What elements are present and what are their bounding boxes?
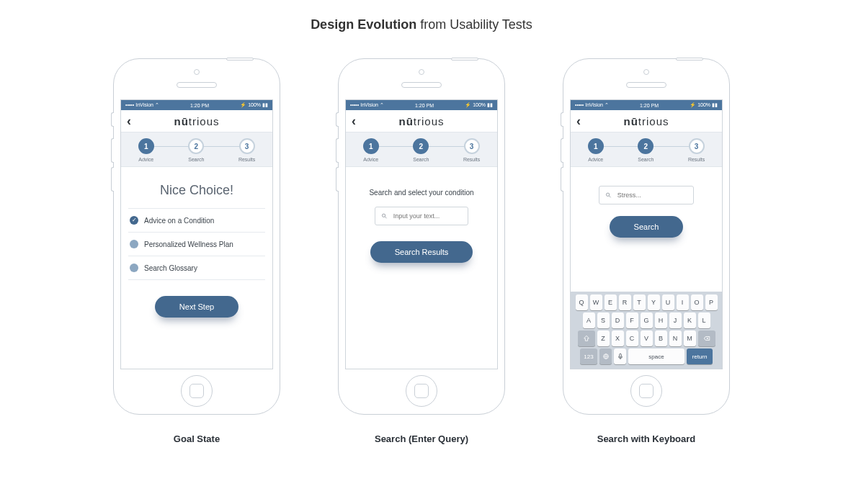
status-carrier: ••••• InVision ⌃ (125, 102, 159, 108)
key-k[interactable]: K (684, 312, 696, 328)
step-number: 3 (689, 138, 705, 154)
search-input[interactable] (616, 191, 687, 199)
key-s[interactable]: S (597, 312, 610, 328)
vol-down-outline (561, 167, 563, 192)
key-n[interactable]: N (669, 330, 682, 346)
space-key[interactable]: space (628, 348, 684, 364)
home-button-outline (406, 375, 437, 407)
next-step-button[interactable]: Next Step (155, 296, 238, 318)
key-w[interactable]: W (590, 294, 602, 310)
key-a[interactable]: A (583, 312, 595, 328)
radio-icon (130, 264, 138, 272)
step-advice[interactable]: 1 Advice (363, 138, 379, 162)
app-header: ‹ nūtrious (571, 110, 722, 132)
keyboard[interactable]: QWERTYUIOP ASDFGHJKL ZXCVBNM 123spaceret… (571, 292, 722, 369)
home-button-outline (630, 375, 662, 407)
page-title-bold: Design Evolution (311, 17, 416, 32)
status-battery: ⚡ 100% ▮▮ (465, 102, 493, 108)
earpiece-outline (177, 82, 217, 88)
numeric-key[interactable]: 123 (580, 348, 597, 364)
earpiece-outline (401, 82, 442, 88)
option-advice[interactable]: Advice on a Condition (128, 209, 265, 233)
key-p[interactable]: P (705, 294, 718, 310)
mute-switch-outline (111, 112, 114, 127)
mic-icon[interactable] (614, 348, 626, 364)
backspace-icon[interactable] (698, 330, 715, 346)
key-q[interactable]: Q (576, 294, 588, 310)
key-l[interactable]: L (698, 312, 710, 328)
option-glossary[interactable]: Search Glossary (128, 256, 265, 280)
back-chevron-icon[interactable]: ‹ (127, 114, 131, 127)
key-i[interactable]: I (677, 294, 689, 310)
phone-caption: Search (Enter Query) (338, 433, 505, 444)
step-search[interactable]: 2 Search (188, 138, 204, 162)
step-label: Advice (588, 157, 603, 162)
key-g[interactable]: G (641, 312, 653, 328)
key-f[interactable]: F (626, 312, 638, 328)
status-bar: ••••• InVision ⌃ 1:20 PM ⚡ 100% ▮▮ (346, 100, 497, 110)
check-icon (130, 216, 138, 225)
phone-search-query: ••••• InVision ⌃ 1:20 PM ⚡ 100% ▮▮ ‹ nūt… (338, 58, 505, 444)
key-j[interactable]: J (669, 312, 682, 328)
key-b[interactable]: B (655, 330, 667, 346)
key-r[interactable]: R (619, 294, 631, 310)
screen: ••••• InVision ⌃ 1:20 PM ⚡ 100% ▮▮ ‹ nūt… (570, 99, 723, 369)
app-header: ‹ nūtrious (346, 110, 497, 132)
status-time: 1:20 PM (609, 103, 690, 108)
key-e[interactable]: E (605, 294, 617, 310)
radio-icon (130, 240, 138, 248)
search-input-container[interactable] (375, 207, 468, 225)
step-number: 1 (363, 138, 379, 154)
step-advice[interactable]: 1 Advice (588, 138, 604, 162)
phone-caption: Search with Keyboard (563, 433, 730, 444)
option-label: Personalized Wellness Plan (144, 240, 233, 248)
vol-down-outline (111, 167, 114, 192)
step-label: Results (238, 157, 255, 162)
key-o[interactable]: O (691, 294, 703, 310)
step-results[interactable]: 3 Results (688, 138, 705, 162)
search-input[interactable] (392, 212, 462, 220)
key-d[interactable]: D (612, 312, 624, 328)
return-key[interactable]: return (687, 348, 713, 364)
globe-icon[interactable] (599, 348, 612, 364)
step-results[interactable]: 3 Results (238, 138, 255, 162)
step-label: Search (638, 157, 654, 162)
step-results[interactable]: 3 Results (463, 138, 480, 162)
svg-line-1 (385, 217, 386, 218)
status-time: 1:20 PM (384, 103, 465, 108)
device-frame: ••••• InVision ⌃ 1:20 PM ⚡ 100% ▮▮ ‹ nūt… (338, 58, 505, 415)
content: Search and select your condition Search … (346, 167, 497, 269)
key-h[interactable]: H (655, 312, 667, 328)
option-wellness[interactable]: Personalized Wellness Plan (128, 233, 265, 256)
search-button[interactable]: Search (610, 216, 684, 238)
status-bar: ••••• InVision ⌃ 1:20 PM ⚡ 100% ▮▮ (571, 100, 722, 110)
mute-switch-outline (561, 112, 563, 127)
keyboard-row-1: QWERTYUIOP (573, 294, 720, 310)
shift-icon[interactable] (578, 330, 595, 346)
earpiece-outline (626, 82, 666, 88)
key-c[interactable]: C (626, 330, 638, 346)
stepper: 1 Advice 2 Search 3 Results (346, 132, 497, 167)
step-number: 3 (464, 138, 480, 154)
step-advice[interactable]: 1 Advice (138, 138, 154, 162)
key-u[interactable]: U (662, 294, 674, 310)
key-z[interactable]: Z (597, 330, 610, 346)
mute-switch-outline (336, 112, 339, 127)
search-input-container[interactable] (599, 186, 694, 204)
svg-rect-5 (619, 354, 621, 357)
back-chevron-icon[interactable]: ‹ (352, 114, 356, 127)
search-results-button[interactable]: Search Results (370, 241, 473, 263)
key-v[interactable]: V (641, 330, 653, 346)
status-carrier: ••••• InVision ⌃ (350, 102, 384, 108)
screen: ••••• InVision ⌃ 1:20 PM ⚡ 100% ▮▮ ‹ nūt… (345, 99, 498, 369)
status-time: 1:20 PM (159, 103, 240, 108)
vol-up-outline (336, 138, 339, 163)
key-m[interactable]: M (684, 330, 696, 346)
key-y[interactable]: Y (648, 294, 660, 310)
page-title: Design Evolution from Usability Tests (0, 17, 843, 32)
back-chevron-icon[interactable]: ‹ (576, 114, 581, 127)
key-t[interactable]: T (633, 294, 646, 310)
key-x[interactable]: X (612, 330, 624, 346)
step-search[interactable]: 2 Search (638, 138, 654, 162)
step-search[interactable]: 2 Search (413, 138, 429, 162)
